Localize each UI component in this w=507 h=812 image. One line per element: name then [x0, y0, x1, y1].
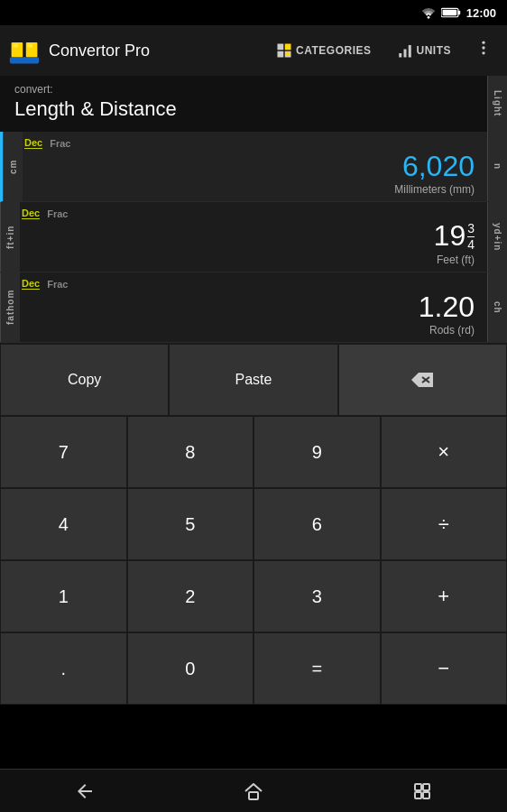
backspace-icon: [410, 371, 435, 389]
conversion-row-mm[interactable]: cm n Dec Frac 6,020 Millimeters (mm): [0, 132, 507, 202]
key-4[interactable]: 4: [0, 488, 127, 560]
svg-rect-16: [408, 45, 410, 58]
key-multiply[interactable]: ×: [381, 416, 508, 488]
key-1[interactable]: 1: [0, 560, 127, 632]
svg-rect-26: [423, 792, 429, 798]
back-button[interactable]: [56, 773, 114, 809]
categories-label: CATEGORIES: [296, 44, 371, 57]
copy-button[interactable]: Copy: [0, 344, 169, 416]
side-tab-light[interactable]: Light: [487, 76, 507, 132]
back-icon: [74, 780, 96, 802]
svg-rect-10: [285, 44, 291, 51]
battery-icon: [441, 7, 461, 18]
overflow-icon: [475, 39, 493, 57]
recents-icon: [411, 780, 433, 802]
svg-rect-15: [403, 50, 406, 58]
svg-rect-7: [13, 44, 17, 48]
key-minus[interactable]: −: [381, 632, 508, 705]
svg-rect-23: [415, 784, 421, 790]
converter-header: convert: Length & Distance Light: [0, 76, 507, 132]
side-label-ch[interactable]: ch: [487, 272, 507, 342]
key-9[interactable]: 9: [254, 416, 381, 488]
svg-point-0: [427, 16, 429, 19]
categories-icon: [276, 42, 292, 59]
units-button[interactable]: UNITS: [388, 37, 461, 64]
row1-dec-btn[interactable]: Dec: [24, 137, 42, 149]
svg-point-19: [482, 51, 484, 54]
row2-frac-btn[interactable]: Frac: [47, 208, 68, 219]
keypad-number-rows: 7 8 9 × 4 5 6 ÷ 1 2 3 + . 0 = −: [0, 416, 507, 705]
categories-button[interactable]: CATEGORIES: [267, 37, 380, 64]
row2-value: 19 3 4: [434, 221, 475, 253]
app-logo-icon: [8, 34, 41, 67]
row2-header: Dec Frac: [22, 208, 478, 219]
side-label-n[interactable]: n: [487, 132, 507, 201]
conversion-row-ft[interactable]: ft+in yd+in Dec Frac 19 3 4 Feet (ft): [0, 202, 507, 272]
units-icon: [397, 42, 413, 59]
side-label-fathom[interactable]: fathom: [0, 272, 20, 342]
side-label-cm[interactable]: cm: [3, 132, 23, 201]
keypad-top-row: Copy Paste: [0, 343, 507, 416]
svg-rect-25: [415, 792, 421, 798]
svg-rect-22: [249, 792, 258, 799]
home-icon: [243, 780, 264, 802]
svg-point-17: [482, 42, 484, 44]
app-bar: Convertor Pro CATEGORIES UNITS: [0, 25, 507, 76]
svg-rect-24: [423, 784, 429, 790]
row3-dec-btn[interactable]: Dec: [22, 278, 40, 290]
recents-button[interactable]: [393, 773, 451, 809]
key-8[interactable]: 8: [127, 416, 254, 488]
keypad-area: Copy Paste 7 8 9 × 4 5 6 ÷ 1: [0, 343, 507, 705]
key-6[interactable]: 6: [254, 488, 381, 560]
key-dot[interactable]: .: [0, 632, 127, 705]
app-title: Convertor Pro: [49, 42, 260, 60]
svg-rect-3: [442, 10, 456, 15]
units-label: UNITS: [417, 44, 452, 57]
key-plus[interactable]: +: [381, 560, 508, 632]
home-button[interactable]: [225, 773, 282, 809]
svg-rect-14: [399, 53, 401, 58]
side-label-ftin[interactable]: ft+in: [0, 202, 20, 272]
status-icons: 12:00: [421, 6, 496, 20]
key-3[interactable]: 3: [254, 560, 381, 632]
status-bar: 12:00: [0, 0, 507, 25]
paste-button[interactable]: Paste: [169, 344, 337, 416]
converter-title: Length & Distance: [14, 97, 493, 121]
backspace-button[interactable]: [338, 344, 507, 416]
row3-unit: Rods (rd): [22, 324, 478, 337]
key-divide[interactable]: ÷: [381, 488, 508, 560]
row2-value-container: 19 3 4: [22, 221, 478, 253]
main-area: convert: Length & Distance Light cm n De…: [0, 76, 507, 705]
row2-denominator: 4: [467, 236, 475, 253]
wifi-icon: [421, 6, 436, 19]
row3-header: Dec Frac: [22, 278, 478, 290]
side-label-ydin[interactable]: yd+in: [487, 202, 507, 272]
svg-point-18: [482, 46, 484, 49]
svg-rect-8: [28, 44, 32, 48]
row2-numerator: 3: [467, 221, 475, 236]
conversion-rows: cm n Dec Frac 6,020 Millimeters (mm) ft+…: [0, 132, 507, 343]
svg-rect-2: [458, 11, 460, 15]
svg-rect-4: [10, 57, 39, 63]
conversion-row-rd[interactable]: fathom ch Dec Frac 1.20 Rods (rd): [0, 272, 507, 343]
key-7[interactable]: 7: [0, 416, 127, 488]
row3-value: 1.20: [22, 292, 478, 321]
convert-label: convert:: [14, 83, 493, 96]
svg-rect-9: [278, 44, 284, 51]
overflow-menu-button[interactable]: [467, 35, 500, 66]
row1-value: 6,020: [24, 152, 478, 180]
row3-frac-btn[interactable]: Frac: [47, 279, 68, 290]
row2-dec-btn[interactable]: Dec: [22, 208, 40, 219]
app-logo: [7, 33, 41, 68]
key-5[interactable]: 5: [127, 488, 254, 560]
svg-rect-11: [278, 51, 284, 58]
key-equals[interactable]: =: [254, 632, 381, 705]
row1-frac-btn[interactable]: Frac: [50, 138, 70, 149]
row1-unit: Millimeters (mm): [24, 183, 478, 196]
key-2[interactable]: 2: [127, 560, 254, 632]
status-time: 12:00: [466, 6, 496, 20]
key-0[interactable]: 0: [127, 632, 254, 705]
bottom-nav: [0, 769, 507, 812]
row1-header: Dec Frac: [24, 137, 478, 149]
row2-unit: Feet (ft): [22, 254, 478, 266]
